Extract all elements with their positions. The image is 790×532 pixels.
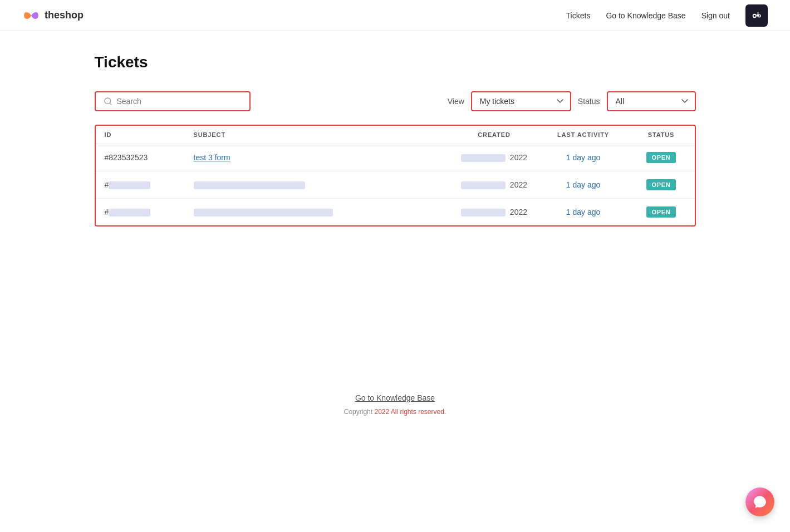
chat-button[interactable] [745,487,774,516]
nav-sign-out[interactable]: Sign out [701,11,730,20]
chat-icon [753,495,767,509]
col-header-subject: SUBJECT [185,126,450,144]
table-header: ID SUBJECT CREATED LAST ACTIVITY STATUS [96,126,695,144]
view-select[interactable]: My tickets All tickets [471,91,571,111]
ticket-id-2: # [96,171,185,199]
status-badge-2: OPEN [646,179,676,190]
toolbar: View My tickets All tickets Status All O… [95,91,696,111]
ticket-activity-1: 1 day ago [539,144,628,171]
tickets-table-wrapper: ID SUBJECT CREATED LAST ACTIVITY STATUS … [95,125,696,226]
ticket-subject-3 [185,199,450,226]
table-row: # 2022 1 day ago OPEN [96,199,695,226]
ticket-id-3: # [96,199,185,226]
ticket-activity-2: 1 day ago [539,171,628,199]
toolbar-right: View My tickets All tickets Status All O… [448,91,696,111]
nav-knowledge-base[interactable]: Go to Knowledge Base [606,11,685,20]
header: theshop Tickets Go to Knowledge Base Sig… [0,0,790,31]
page-title: Tickets [95,53,696,71]
svg-line-1 [110,103,111,105]
table-row: # 2022 1 day ago OPEN [96,171,695,199]
ticket-created-1: 2022 [450,144,539,171]
status-label: Status [578,97,600,106]
logo[interactable]: theshop [22,7,84,24]
nav-tickets[interactable]: Tickets [566,11,591,20]
status-badge-1: OPEN [646,152,676,163]
col-header-id: ID [96,126,185,144]
ticket-subject-link-1[interactable]: test 3 form [194,153,230,162]
ticket-created-2: 2022 [450,171,539,199]
table-row: #823532523 test 3 form 2022 1 day ago OP… [96,144,695,171]
ticket-activity-3: 1 day ago [539,199,628,226]
copyright-year: 2022 [374,408,389,416]
header-nav: Tickets Go to Knowledge Base Sign out [566,4,768,27]
status-badge-3: OPEN [646,206,676,218]
hubspot-icon [750,9,763,22]
logo-text: theshop [45,9,84,21]
ticket-created-3: 2022 [450,199,539,226]
search-box[interactable] [95,91,251,111]
copyright-suffix: All rights reserved. [389,408,446,416]
col-header-status: STATUS [628,126,695,144]
footer-copyright: Copyright 2022 All rights reserved. [95,408,696,416]
ticket-subject-2 [185,171,450,199]
table-body: #823532523 test 3 form 2022 1 day ago OP… [96,144,695,226]
status-select[interactable]: All Open Closed [607,91,696,111]
logo-icon [22,7,40,24]
ticket-status-2: OPEN [628,171,695,199]
main-content: Tickets View My tickets All tickets Stat… [61,31,729,460]
footer: Go to Knowledge Base Copyright 2022 All … [95,393,696,438]
ticket-status-3: OPEN [628,199,695,226]
hubspot-button[interactable] [745,4,768,27]
view-label: View [448,97,464,106]
ticket-subject-1[interactable]: test 3 form [185,144,450,171]
footer-knowledge-base-link[interactable]: Go to Knowledge Base [95,393,696,402]
search-input[interactable] [117,97,242,106]
ticket-status-1: OPEN [628,144,695,171]
ticket-id-1: #823532523 [96,144,185,171]
col-header-created: CREATED [450,126,539,144]
col-header-activity: LAST ACTIVITY [539,126,628,144]
search-icon [104,97,112,106]
tickets-table: ID SUBJECT CREATED LAST ACTIVITY STATUS … [96,126,695,225]
